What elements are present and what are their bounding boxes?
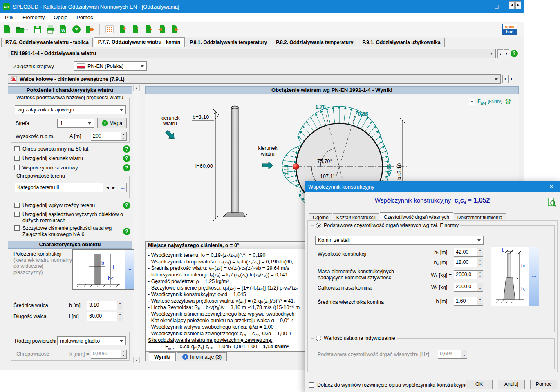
ok-button[interactable]: OK	[466, 380, 493, 389]
menu-opcje[interactable]: Opcje	[49, 13, 72, 22]
roughness-value[interactable]: 0,0060	[91, 350, 121, 359]
tab-scroll-left-icon[interactable]: ◂	[509, 1, 515, 9]
export-word-icon[interactable]: W	[57, 23, 69, 36]
menu-elementy[interactable]: Elementy	[18, 13, 49, 22]
append-description-checkbox-row: Dołącz do wyników rozwinięcie opisu wspó…	[309, 382, 474, 388]
normative-frequency-radio[interactable]	[316, 223, 321, 228]
gear-icon[interactable]: ⚙	[505, 97, 511, 106]
norm-next-button[interactable]: ›	[504, 49, 509, 58]
annex-selector[interactable]: PN-EN (Polska)	[74, 61, 147, 71]
peak-pressure-checkbox[interactable]	[14, 225, 20, 231]
display-options-icon[interactable]: ▾	[469, 99, 475, 105]
save-icon[interactable]	[31, 23, 43, 36]
menu-pomoc[interactable]: Pomoc	[72, 13, 97, 22]
chimney-type-select[interactable]: Komin ze stali	[315, 236, 484, 245]
menu-plik[interactable]: Plik	[0, 13, 18, 22]
tab-p81[interactable]: P.8.1. Oddziaływania temperatury	[186, 38, 271, 47]
tab-informacje[interactable]: i Informacje (3)	[177, 352, 227, 361]
case-prev-button[interactable]: ‹	[502, 75, 508, 83]
diameter-spin-buttons[interactable]: ▲▼	[117, 301, 123, 310]
append-description-checkbox[interactable]	[309, 382, 314, 388]
orography-help-icon[interactable]: ?	[123, 202, 130, 209]
wt-value[interactable]: 2000,0	[454, 283, 477, 292]
diameter-value[interactable]: 3,10	[87, 301, 117, 310]
h2-spin-buttons[interactable]: ▲▼	[477, 258, 483, 267]
peak-pressure-help-icon[interactable]: ?	[123, 228, 130, 235]
season-factor-checkbox[interactable]	[14, 165, 20, 170]
tab-p76[interactable]: P.7.6. Oddziaływanie wiatru - tablica	[1, 38, 93, 47]
season-factor-help-icon[interactable]: ?	[123, 164, 130, 172]
norm-selector[interactable]: EN 1991-1-4 - Oddziaływania wiatru	[8, 49, 496, 58]
add-element-icon[interactable]: +	[116, 23, 129, 36]
terrain-next-button[interactable]: ▸	[111, 183, 116, 192]
chimney-thumb-more-button[interactable]: ...	[529, 247, 539, 306]
terrain-category-field[interactable]: Kategoria terenu II	[15, 183, 103, 192]
length-value[interactable]: 60,00	[87, 312, 117, 321]
n1-spin-buttons[interactable]: ▲▼	[461, 350, 467, 359]
cancel-button[interactable]: Anuluj	[498, 380, 525, 389]
pressure-left-label: 1,14	[283, 165, 289, 175]
zone-select[interactable]: 1	[57, 119, 94, 128]
new-document-icon[interactable]	[1, 23, 13, 36]
b-spin-buttons[interactable]: ▲▼	[477, 297, 483, 306]
n1-param: n₁ [Hz] =	[414, 352, 434, 357]
altitude-param: A [m] =	[69, 134, 85, 139]
h2-value[interactable]: 18,00	[454, 258, 477, 267]
maximize-button[interactable]: □	[488, 0, 506, 13]
position-more-button[interactable]: ...	[125, 250, 134, 289]
ws-spin-buttons[interactable]: ▲▼	[477, 270, 483, 279]
terrain-prev-button[interactable]: ◂	[105, 183, 110, 192]
tab-wyniki[interactable]: Wyniki	[149, 352, 176, 361]
toolbar: W ? + - spec bud	[0, 22, 524, 37]
elements-table-icon[interactable]	[103, 23, 116, 36]
length-spin-buttons[interactable]: ▲▼	[117, 312, 123, 321]
case-selector[interactable]: Walce kołowe - ciśnienie zewnętrzne (7.9…	[8, 74, 501, 84]
wind-direction-checkbox[interactable]	[14, 156, 20, 161]
previous-element-icon[interactable]	[156, 23, 168, 36]
print-icon[interactable]	[44, 23, 56, 36]
help-icon[interactable]: ?	[70, 23, 83, 36]
return-period-help-icon[interactable]: ?	[123, 145, 130, 153]
svg-text:kierunek: kierunek	[258, 145, 278, 151]
scroll-down-icon[interactable]: ▼	[133, 357, 140, 363]
base-velocity-method-select[interactable]: wg załącznika krajowego	[15, 105, 126, 114]
neighbors-checkbox[interactable]	[14, 212, 20, 217]
return-period-checkbox[interactable]	[14, 146, 20, 151]
chevron-down-icon	[495, 78, 498, 80]
delete-element-icon[interactable]: -	[130, 23, 142, 36]
case-next-button[interactable]: ›	[508, 75, 514, 83]
n1-value[interactable]: 0,694	[438, 350, 461, 359]
tab-scroll-right-icon[interactable]: ▸	[515, 1, 521, 9]
minimize-button[interactable]: –	[470, 0, 488, 13]
orography-checkbox[interactable]	[14, 203, 20, 208]
terrain-more-button[interactable]: ...	[119, 183, 127, 192]
surface-select[interactable]: malowana gładko	[57, 336, 126, 345]
norm-help-icon[interactable]: ?	[511, 50, 518, 57]
dialog-close-button[interactable]: ✕	[543, 184, 560, 190]
altitude-value[interactable]: 200	[91, 132, 121, 141]
h1-spin-buttons[interactable]: ▲▼	[477, 248, 483, 257]
open-file-icon[interactable]	[14, 23, 30, 36]
tab-p77-active[interactable]: P.7.7. Oddziaływanie wiatru - komin	[94, 37, 185, 47]
norm-prev-button[interactable]: ‹	[497, 49, 503, 58]
map-button[interactable]: ✳ Mapa	[97, 118, 127, 128]
altitude-spin-buttons[interactable]: ▲▼	[121, 132, 127, 141]
wt-spin-buttons[interactable]: ▲▼	[477, 283, 483, 292]
exit-icon[interactable]	[83, 23, 96, 36]
tab-p82[interactable]: P.8.2. Oddziaływania temperatury	[272, 38, 357, 47]
scroll-up-icon[interactable]: ▲	[133, 85, 140, 91]
roughness-spin-buttons[interactable]: ▲▼	[121, 350, 127, 359]
b-value[interactable]: 1,60	[454, 297, 477, 306]
help-button[interactable]: Pomoc	[530, 380, 557, 389]
copy-element-icon[interactable]	[143, 23, 155, 36]
next-element-icon[interactable]	[169, 23, 181, 36]
report-zoom-icon[interactable]	[548, 198, 556, 208]
chevron-down-icon	[120, 109, 123, 111]
left-panel-scrollbar[interactable]: ▲ ▼	[133, 85, 140, 364]
wind-direction-help-icon[interactable]: ?	[123, 155, 130, 162]
terrain-roughness-group: Chropowatość terenu Kategoria terenu II …	[11, 176, 130, 198]
manual-frequency-radio[interactable]	[316, 336, 321, 341]
tab-p91[interactable]: P.9.1. Oddziaływania użytkownika	[358, 38, 444, 47]
h1-value[interactable]: 42,00	[454, 248, 477, 257]
ws-value[interactable]: 2000,0	[454, 270, 477, 279]
